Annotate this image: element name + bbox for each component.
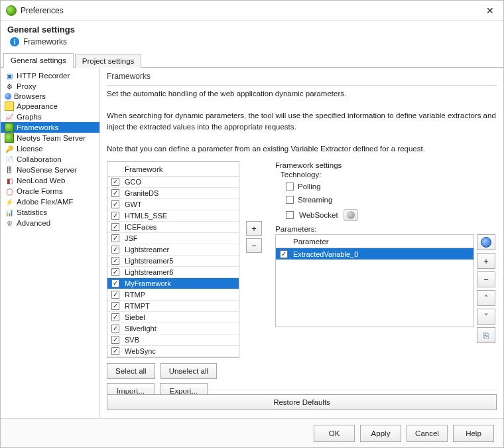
sidebar-item-graphs[interactable]: Graphs xyxy=(1,112,99,122)
framework-row[interactable]: Silverlight xyxy=(107,323,239,335)
websocket-checkbox[interactable] xyxy=(286,211,294,219)
apply-button[interactable]: Apply xyxy=(360,425,401,442)
sidebar-item-proxy[interactable]: Proxy xyxy=(1,81,99,92)
sidebar-item-neosense-server[interactable]: NeoSense Server xyxy=(1,165,99,175)
tab-general-settings[interactable]: General settings xyxy=(3,53,74,68)
sidebar-item-adobe-flex-amf[interactable]: Adobe Flex/AMF xyxy=(1,196,99,207)
polling-label: Polling xyxy=(298,183,321,190)
ball-icon xyxy=(5,93,11,100)
select-all-button[interactable]: Select all xyxy=(107,363,155,379)
ball-icon xyxy=(347,211,355,219)
framework-checkbox[interactable] xyxy=(111,200,119,208)
parameter-checkbox[interactable] xyxy=(280,250,288,258)
framework-row[interactable]: SVB xyxy=(107,335,239,346)
framework-checkbox[interactable] xyxy=(111,325,119,333)
sidebar-item-browsers[interactable]: Browsers xyxy=(1,92,99,101)
remove-parameter-button[interactable]: − xyxy=(477,271,495,287)
sidebar-item-http-recorder[interactable]: HTTP Recorder xyxy=(1,70,99,81)
framework-row[interactable]: HTML5_SSE xyxy=(107,210,239,222)
sidebar-item-statistics[interactable]: Statistics xyxy=(1,207,99,218)
sidebar-item-collaboration[interactable]: Collaboration xyxy=(1,154,99,165)
add-framework-button[interactable]: + xyxy=(246,221,262,236)
sidebar-item-label: Browsers xyxy=(14,92,46,100)
sidebar-item-license[interactable]: License xyxy=(1,143,99,154)
sidebar-item-neotys-team-server[interactable]: Neotys Team Server xyxy=(1,133,99,143)
framework-name: Siebel xyxy=(123,313,239,321)
websocket-label: WebSocket xyxy=(299,211,338,219)
framework-settings-heading: Framework settings xyxy=(275,161,497,169)
framework-row[interactable]: JSF xyxy=(107,233,239,244)
framework-checkbox[interactable] xyxy=(111,189,119,197)
remove-framework-button[interactable]: − xyxy=(246,238,262,253)
page-subtitle-row: i Frameworks xyxy=(7,37,497,46)
framework-name: HTML5_SSE xyxy=(123,212,239,220)
app-icon xyxy=(5,102,14,111)
move-parameter-down-button[interactable] xyxy=(477,309,495,325)
framework-row[interactable]: GCO xyxy=(107,177,239,188)
sidebar-item-label: License xyxy=(17,145,43,153)
parameter-list[interactable]: ExtractedVariable_0 xyxy=(276,248,473,260)
framework-row[interactable]: WebSync xyxy=(107,346,239,357)
framework-checkbox[interactable] xyxy=(111,234,119,242)
framework-row[interactable]: Siebel xyxy=(107,312,239,323)
framework-row[interactable]: GWT xyxy=(107,199,239,210)
main-panel-title: Frameworks xyxy=(107,72,497,81)
framework-name: GCO xyxy=(123,178,239,186)
framework-checkbox[interactable] xyxy=(111,313,119,321)
framework-checkbox[interactable] xyxy=(111,336,119,344)
sidebar-item-appearance[interactable]: Appearance xyxy=(1,101,99,112)
tab-project-settings[interactable]: Project settings xyxy=(75,54,142,68)
parameter-row[interactable]: ExtractedVariable_0 xyxy=(276,248,473,260)
framework-name: Lightstreamer5 xyxy=(123,257,239,265)
framework-row[interactable]: MyFramework xyxy=(107,278,239,289)
sidebar-item-label: Frameworks xyxy=(17,123,58,131)
framework-list[interactable]: GCOGraniteDSGWTHTML5_SSEICEFacesJSFLight… xyxy=(107,177,239,357)
sidebar-item-label: Statistics xyxy=(17,208,47,216)
framework-checkbox[interactable] xyxy=(111,302,119,310)
framework-checkbox[interactable] xyxy=(111,212,119,220)
add-parameter-button[interactable]: + xyxy=(477,253,495,269)
polling-checkbox[interactable] xyxy=(286,183,294,190)
sidebar: HTTP RecorderProxyBrowsersAppearanceGrap… xyxy=(1,68,100,418)
sidebar-item-label: HTTP Recorder xyxy=(17,72,70,80)
streaming-label: Streaming xyxy=(298,196,332,204)
framework-checkbox[interactable] xyxy=(111,279,119,287)
parameter-table: Parameter ExtractedVariable_0 xyxy=(275,234,474,327)
sidebar-item-label: NeoLoad Web xyxy=(17,177,65,185)
websocket-icon-button[interactable] xyxy=(344,209,358,221)
framework-checkbox[interactable] xyxy=(111,268,119,276)
framework-row[interactable]: GraniteDS xyxy=(107,188,239,199)
move-parameter-up-button[interactable] xyxy=(477,290,495,306)
framework-name: SVB xyxy=(123,336,239,344)
framework-row[interactable]: Lightstreamer5 xyxy=(107,256,239,267)
cancel-button[interactable]: Cancel xyxy=(407,425,448,442)
copy-parameter-button[interactable] xyxy=(477,327,495,343)
framework-name: RTMP xyxy=(123,291,239,299)
streaming-checkbox[interactable] xyxy=(286,196,294,204)
sidebar-item-neoload-web[interactable]: NeoLoad Web xyxy=(1,175,99,186)
close-button[interactable]: ✕ xyxy=(482,5,498,16)
ok-button[interactable]: OK xyxy=(314,425,355,442)
unselect-all-button[interactable]: Unselect all xyxy=(160,363,217,379)
framework-row[interactable]: Lightstreamer xyxy=(107,244,239,256)
framework-checkbox[interactable] xyxy=(111,291,119,299)
sidebar-item-advanced[interactable]: Advanced xyxy=(1,218,99,228)
sidebar-item-label: Proxy xyxy=(17,82,36,90)
sidebar-item-frameworks[interactable]: Frameworks xyxy=(1,122,99,133)
sidebar-item-oracle-forms[interactable]: Oracle Forms xyxy=(1,186,99,196)
framework-checkbox[interactable] xyxy=(111,178,119,186)
framework-checkbox[interactable] xyxy=(111,347,119,355)
framework-row[interactable]: RTMPT xyxy=(107,301,239,312)
restore-defaults-button[interactable]: Restore Defaults xyxy=(107,394,497,410)
framework-checkbox[interactable] xyxy=(111,246,119,254)
framework-name: GraniteDS xyxy=(123,189,239,197)
framework-checkbox[interactable] xyxy=(111,223,119,231)
framework-checkbox[interactable] xyxy=(111,257,119,265)
parameter-wizard-button[interactable] xyxy=(477,234,495,250)
help-button[interactable]: Help xyxy=(453,425,494,442)
framework-name: Lightstreamer xyxy=(123,246,239,254)
framework-row[interactable]: ICEFaces xyxy=(107,222,239,233)
framework-row[interactable]: RTMP xyxy=(107,289,239,301)
framework-row[interactable]: Lightstreamer6 xyxy=(107,267,239,278)
titlebar: Preferences ✕ xyxy=(1,1,503,21)
